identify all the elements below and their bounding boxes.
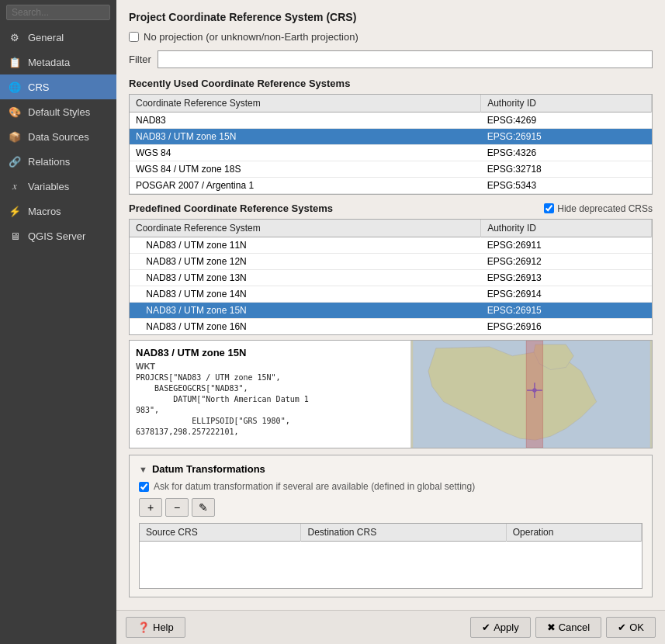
datum-remove-button[interactable]: −	[165, 498, 189, 517]
metadata-icon: 📋	[8, 55, 22, 69]
ok-button[interactable]: ✔ OK	[606, 617, 656, 638]
predefined-section: Predefined Coordinate Reference Systems …	[129, 203, 653, 335]
no-projection-label: No projection (or unknown/non-Earth proj…	[144, 31, 358, 43]
predefined-row[interactable]: NAD83 / UTM zone 12NEPSG:26912	[130, 254, 652, 270]
variables-icon: 𝑥	[8, 179, 22, 193]
bottom-right: ✔ Apply ✖ Cancel ✔ OK	[470, 617, 656, 638]
recently-used-title: Recently Used Coordinate Reference Syste…	[129, 78, 653, 89]
pd-authority-cell: EPSG:26915	[481, 303, 652, 319]
content-area: Project Coordinate Reference System (CRS…	[116, 0, 665, 610]
pd-authority-cell: EPSG:26912	[481, 254, 652, 270]
datum-ask-label: Ask for datum transformation if several …	[154, 481, 475, 492]
predefined-row[interactable]: NAD83 / UTM zone 16NEPSG:26916	[130, 319, 652, 335]
recently-used-row[interactable]: NAD83EPSG:4269	[130, 113, 652, 129]
predefined-col-authority: Authority ID	[481, 220, 652, 237]
hide-deprecated-label: Hide deprecated CRSs	[557, 203, 653, 214]
predefined-title: Predefined Coordinate Reference Systems	[129, 203, 333, 214]
ru-name-cell: WGS 84	[130, 145, 481, 161]
search-input[interactable]	[6, 5, 110, 20]
help-icon: ❓	[137, 621, 150, 633]
sidebar-label-macros: Macros	[28, 206, 61, 217]
sidebar-item-macros[interactable]: ⚡ Macros	[0, 199, 116, 223]
datum-toolbar: + − ✎	[139, 498, 642, 517]
sidebar-item-relations[interactable]: 🔗 Relations	[0, 149, 116, 174]
datum-ask-checkbox[interactable]	[139, 482, 149, 492]
crs-wkt-label: WKT	[136, 362, 404, 371]
recently-used-col-name: Coordinate Reference System	[130, 95, 481, 113]
datum-ask-row: Ask for datum transformation if several …	[139, 481, 642, 492]
pd-authority-cell: EPSG:26914	[481, 286, 652, 303]
predefined-row[interactable]: NAD83 / UTM zone 15NEPSG:26915	[130, 303, 652, 319]
ru-name-cell: POSGAR 2007 / Argentina 1	[130, 178, 481, 194]
pd-name-cell: NAD83 / UTM zone 14N	[130, 286, 481, 303]
ru-name-cell: NAD83 / UTM zone 15N	[130, 129, 481, 145]
recently-used-col-authority: Authority ID	[481, 95, 652, 113]
sidebar-label-qgis-server: QGIS Server	[28, 230, 85, 242]
apply-icon: ✔	[482, 621, 490, 633]
sidebar-label-data-sources: Data Sources	[28, 131, 89, 143]
crs-detail-name: NAD83 / UTM zone 15N	[136, 347, 404, 358]
sidebar-label-metadata: Metadata	[28, 57, 70, 68]
cancel-button[interactable]: ✖ Cancel	[535, 617, 601, 638]
apply-button[interactable]: ✔ Apply	[470, 617, 531, 638]
cancel-label: Cancel	[559, 621, 590, 633]
recently-used-row[interactable]: WGS 84 / UTM zone 18SEPSG:32718	[130, 161, 652, 178]
predefined-table-container: Coordinate Reference System Authority ID…	[129, 219, 653, 335]
recently-used-row[interactable]: NAD83 / UTM zone 15NEPSG:26915	[130, 129, 652, 145]
pd-name-cell: NAD83 / UTM zone 15N	[130, 303, 481, 319]
relations-icon: 🔗	[8, 154, 22, 168]
bottom-bar: ❓ Help ✔ Apply ✖ Cancel ✔ OK	[116, 610, 665, 644]
sidebar-item-metadata[interactable]: 📋 Metadata	[0, 50, 116, 74]
datum-transformations-section: ▼ Datum Transformations Ask for datum tr…	[129, 455, 653, 597]
recently-used-table: Coordinate Reference System Authority ID…	[130, 95, 652, 195]
recently-used-section: Recently Used Coordinate Reference Syste…	[129, 78, 653, 195]
pd-authority-cell: EPSG:26916	[481, 319, 652, 335]
sidebar: ⚙ General 📋 Metadata 🌐 CRS 🎨 Default Sty…	[0, 0, 116, 644]
data-sources-icon: 📦	[8, 130, 22, 144]
pd-authority-cell: EPSG:26911	[481, 237, 652, 254]
ru-authority-cell: EPSG:5343	[481, 178, 652, 194]
hide-deprecated-row: Hide deprecated CRSs	[544, 203, 653, 214]
no-projection-row: No projection (or unknown/non-Earth proj…	[129, 31, 653, 43]
help-label: Help	[153, 621, 174, 633]
filter-row: Filter	[129, 50, 653, 68]
crs-detail-panel: NAD83 / UTM zone 15N WKT PROJCRS["NAD83 …	[129, 340, 653, 448]
hide-deprecated-checkbox[interactable]	[544, 203, 554, 213]
sidebar-label-default-styles: Default Styles	[28, 106, 90, 118]
no-projection-checkbox[interactable]	[129, 32, 139, 42]
datum-title-row: ▼ Datum Transformations	[139, 463, 642, 475]
recently-used-row[interactable]: WGS 84EPSG:4326	[130, 145, 652, 161]
ru-name-cell: WGS 84 / UTM zone 18S	[130, 161, 481, 178]
ru-authority-cell: EPSG:4269	[481, 113, 652, 129]
crs-wkt-code: PROJCRS["NAD83 / UTM zone 15N", BASEGEOG…	[136, 372, 404, 438]
crs-map-panel	[411, 341, 652, 448]
sidebar-item-general[interactable]: ⚙ General	[0, 25, 116, 50]
datum-col-0: Source CRS	[140, 524, 301, 542]
predefined-row[interactable]: NAD83 / UTM zone 11NEPSG:26911	[130, 237, 652, 254]
datum-edit-button[interactable]: ✎	[192, 498, 215, 517]
sidebar-item-data-sources[interactable]: 📦 Data Sources	[0, 124, 116, 149]
sidebar-item-variables[interactable]: 𝑥 Variables	[0, 174, 116, 199]
crs-wkt-panel: NAD83 / UTM zone 15N WKT PROJCRS["NAD83 …	[130, 341, 411, 448]
filter-input[interactable]	[158, 50, 653, 68]
sidebar-label-relations: Relations	[28, 156, 70, 168]
datum-add-button[interactable]: +	[139, 498, 162, 517]
recently-used-table-container: Coordinate Reference System Authority ID…	[129, 94, 653, 195]
predefined-table: Coordinate Reference System Authority ID…	[130, 220, 652, 335]
ru-authority-cell: EPSG:4326	[481, 145, 652, 161]
help-button[interactable]: ❓ Help	[126, 617, 185, 638]
sidebar-label-crs: CRS	[28, 81, 49, 93]
datum-table: Source CRSDestination CRSOperation	[140, 524, 642, 588]
recently-used-row[interactable]: POSGAR 2007 / Argentina 1EPSG:5343	[130, 178, 652, 194]
main-content: Project Coordinate Reference System (CRS…	[116, 0, 665, 644]
datum-collapse-arrow[interactable]: ▼	[139, 465, 147, 474]
cancel-icon: ✖	[547, 621, 556, 633]
sidebar-item-qgis-server[interactable]: 🖥 QGIS Server	[0, 223, 116, 248]
pd-name-cell: NAD83 / UTM zone 11N	[130, 237, 481, 254]
pd-authority-cell: EPSG:26913	[481, 270, 652, 286]
recently-used-row[interactable]: WGS 84 / Pseudo-MercatorEPSG:3857	[130, 194, 652, 196]
sidebar-item-crs[interactable]: 🌐 CRS	[0, 74, 116, 99]
predefined-row[interactable]: NAD83 / UTM zone 14NEPSG:26914	[130, 286, 652, 303]
predefined-row[interactable]: NAD83 / UTM zone 13NEPSG:26913	[130, 270, 652, 286]
sidebar-item-default-styles[interactable]: 🎨 Default Styles	[0, 99, 116, 124]
